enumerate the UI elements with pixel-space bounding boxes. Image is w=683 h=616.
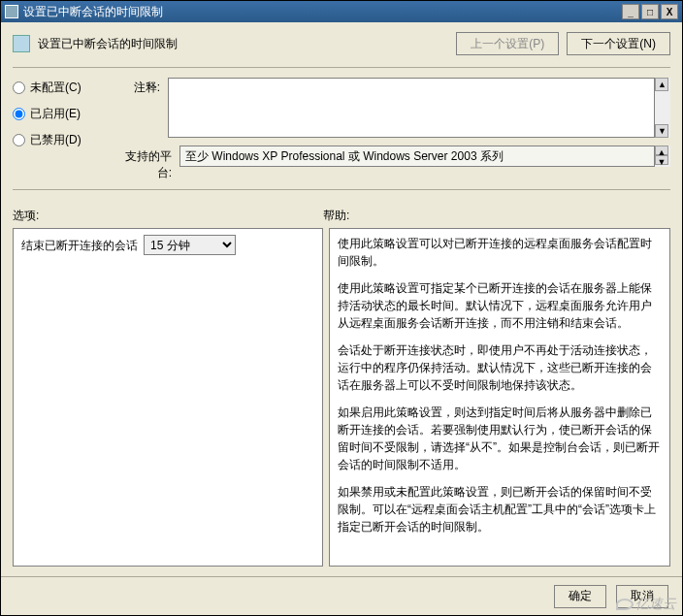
policy-icon — [13, 35, 30, 52]
comment-textarea[interactable] — [168, 78, 655, 138]
radio-not-configured[interactable]: 未配置(C) — [13, 80, 119, 96]
nav-buttons: 上一个设置(P) 下一个设置(N) — [456, 32, 670, 55]
state-radios: 未配置(C) 已启用(E) 已禁用(D) — [13, 78, 119, 181]
radio-enabled[interactable]: 已启用(E) — [13, 106, 119, 122]
header-row: 设置已中断会话的时间限制 上一个设置(P) 下一个设置(N) — [13, 32, 670, 55]
divider — [13, 67, 670, 68]
radio-not-configured-input[interactable] — [13, 81, 25, 94]
platform-scrollbar[interactable]: ▲▼ — [655, 146, 670, 167]
maximize-button[interactable]: □ — [641, 4, 659, 19]
help-paragraph: 会话处于断开连接状态时，即使用户不再处于活动连接状态，运行中的程序仍保持活动。默… — [338, 341, 662, 394]
cancel-button[interactable]: 取消 — [616, 585, 668, 608]
help-heading: 帮助: — [323, 208, 349, 224]
radio-enabled-input[interactable] — [13, 108, 25, 120]
app-icon — [5, 5, 18, 18]
radio-enabled-label: 已启用(E) — [30, 106, 81, 122]
platform-label: 支持的平台: — [119, 146, 179, 181]
config-row: 未配置(C) 已启用(E) 已禁用(D) 注释: ▲▼ 支持的平台: ▲▼ — [13, 78, 670, 181]
platform-row: 支持的平台: ▲▼ — [119, 146, 670, 181]
panels: 结束已断开连接的会话 从不1 分钟5 分钟15 分钟30 分钟1 小时2 小时 … — [13, 228, 670, 567]
titlebar[interactable]: 设置已中断会话的时间限制 _ □ X — [1, 1, 682, 22]
timeout-select[interactable]: 从不1 分钟5 分钟15 分钟30 分钟1 小时2 小时 — [144, 235, 236, 255]
ok-button[interactable]: 确定 — [554, 585, 606, 608]
divider-2 — [13, 189, 670, 190]
prev-setting-button[interactable]: 上一个设置(P) — [456, 32, 559, 55]
comment-label: 注释: — [119, 78, 168, 138]
help-paragraph: 使用此策略设置可以对已断开连接的远程桌面服务会话配置时间限制。 — [338, 235, 662, 270]
policy-title: 设置已中断会话的时间限制 — [38, 36, 456, 52]
radio-not-configured-label: 未配置(C) — [30, 80, 81, 96]
next-setting-button[interactable]: 下一个设置(N) — [567, 32, 670, 55]
radio-disabled-input[interactable] — [13, 134, 25, 146]
options-heading: 选项: — [13, 208, 323, 224]
radio-disabled-label: 已禁用(D) — [30, 132, 81, 148]
radio-disabled[interactable]: 已禁用(D) — [13, 132, 119, 148]
comment-scrollbar[interactable]: ▲▼ — [655, 78, 670, 138]
window-title: 设置已中断会话的时间限制 — [23, 4, 620, 20]
platform-value — [179, 146, 655, 167]
dialog-body: 设置已中断会话的时间限制 上一个设置(P) 下一个设置(N) 未配置(C) 已启… — [1, 22, 682, 576]
minimize-button[interactable]: _ — [622, 4, 639, 19]
help-paragraph: 如果启用此策略设置，则达到指定时间后将从服务器中删除已断开连接的会话。若要强制使… — [338, 404, 662, 473]
help-paragraph: 使用此策略设置可指定某个已断开连接的会话在服务器上能保持活动状态的最长时间。默认… — [338, 279, 662, 332]
help-panel: 使用此策略设置可以对已断开连接的远程桌面服务会话配置时间限制。使用此策略设置可指… — [329, 228, 670, 567]
close-button[interactable]: X — [661, 4, 678, 19]
help-paragraph: 如果禁用或未配置此策略设置，则已断开会话的保留时间不受限制。可以在“远程桌面会话… — [338, 483, 662, 535]
option-label: 结束已断开连接的会话 — [21, 235, 138, 254]
options-panel: 结束已断开连接的会话 从不1 分钟5 分钟15 分钟30 分钟1 小时2 小时 — [13, 228, 323, 567]
dialog-footer: 确定 取消 应用(A) 亿速云 — [1, 576, 682, 615]
dialog-window: 设置已中断会话的时间限制 _ □ X 设置已中断会话的时间限制 上一个设置(P)… — [0, 0, 683, 616]
section-labels: 选项: 帮助: — [13, 208, 670, 224]
